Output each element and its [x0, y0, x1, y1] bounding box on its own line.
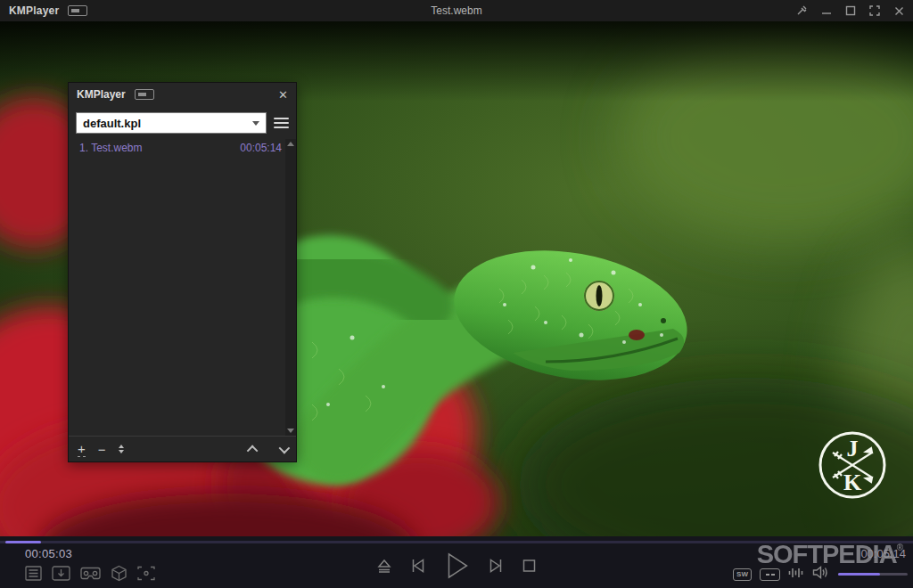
- previous-button[interactable]: [410, 558, 426, 574]
- sw-decoder-badge[interactable]: SW: [733, 568, 752, 581]
- playlist-miniplayer-icon[interactable]: [135, 89, 154, 100]
- control-bar: 00:05:03: [0, 536, 913, 588]
- close-button[interactable]: [890, 2, 908, 20]
- previous-track-icon: [410, 558, 426, 574]
- playlist-move-down-button[interactable]: [279, 442, 291, 453]
- close-icon: [894, 6, 904, 16]
- stop-icon: [522, 559, 537, 573]
- playlist-sort-button[interactable]: [119, 445, 124, 453]
- playlist-move-up-button[interactable]: [247, 445, 259, 456]
- fullscreen-button[interactable]: [866, 2, 884, 20]
- playlist-item-label: 1. Test.webm: [79, 142, 142, 154]
- playlist-file-value: default.kpl: [83, 117, 252, 130]
- pin-icon: [796, 4, 809, 17]
- open-file-button[interactable]: [377, 558, 392, 574]
- play-icon: [444, 551, 471, 580]
- stop-button[interactable]: [522, 559, 537, 573]
- capture-button[interactable]: [137, 566, 155, 584]
- playlist-header[interactable]: KMPlayer ✕: [69, 83, 296, 106]
- playlist-icon: [25, 566, 42, 581]
- playlist-menu-button[interactable]: [274, 118, 289, 128]
- subtitle-icon: [766, 574, 769, 576]
- playlist-remove-button[interactable]: −: [98, 443, 106, 456]
- playlist-scrollbar[interactable]: [285, 139, 296, 436]
- kmplayer-window: KMPlayer Test.webm: [0, 0, 913, 588]
- vr-goggles-icon: [80, 567, 101, 580]
- volume-slider[interactable]: [838, 573, 908, 576]
- 3d-cube-icon: [111, 565, 127, 582]
- playlist-toolbar: + −: [69, 436, 296, 461]
- next-button[interactable]: [489, 558, 505, 574]
- jk-logo-letter-bottom: K: [843, 470, 862, 495]
- playlist-panel: KMPlayer ✕ default.kpl 1. Test.webm 00:0…: [68, 82, 297, 462]
- app-logo-text: KMPlayer: [9, 4, 59, 17]
- play-button[interactable]: [444, 551, 471, 580]
- fullscreen-icon: [869, 5, 880, 16]
- maximize-icon: [845, 5, 856, 16]
- next-track-icon: [489, 558, 505, 574]
- download-icon: [52, 566, 70, 581]
- scroll-down-icon[interactable]: [287, 429, 294, 433]
- playlist-item[interactable]: 1. Test.webm 00:05:14: [69, 139, 296, 156]
- playlist-add-button[interactable]: +: [78, 442, 86, 457]
- playlist-list: 1. Test.webm 00:05:14: [69, 139, 296, 436]
- 3d-mode-button[interactable]: [111, 565, 127, 585]
- download-button[interactable]: [52, 566, 70, 584]
- maximize-button[interactable]: [842, 2, 860, 20]
- playlist-file-dropdown[interactable]: default.kpl: [76, 112, 267, 134]
- chevron-down-icon: [252, 121, 259, 126]
- window-title: Test.webm: [0, 4, 913, 17]
- focus-capture-icon: [137, 566, 155, 581]
- softpedia-watermark: SOFTPEDIA®: [757, 540, 902, 569]
- eject-icon: [377, 558, 392, 574]
- subtitle-button[interactable]: [760, 568, 780, 581]
- playlist-title: KMPlayer: [77, 88, 126, 101]
- minimize-icon: [821, 5, 832, 16]
- volume-slider-fill: [838, 573, 880, 576]
- pin-always-on-top-button[interactable]: [794, 2, 811, 20]
- minimize-button[interactable]: [818, 2, 835, 20]
- seek-bar-fill: [5, 541, 41, 543]
- scroll-up-icon[interactable]: [287, 142, 294, 146]
- jk-logo-watermark: J K: [817, 429, 888, 501]
- jk-logo-letter-top: J: [847, 436, 859, 461]
- playlist-item-duration: 00:05:14: [240, 142, 282, 154]
- current-time: 00:05:03: [25, 547, 155, 560]
- playlist-toggle-button[interactable]: [25, 566, 42, 584]
- titlebar: KMPlayer Test.webm: [0, 0, 913, 21]
- playlist-close-button[interactable]: ✕: [278, 89, 288, 101]
- miniplayer-mode-icon[interactable]: [68, 5, 87, 16]
- vr-mode-button[interactable]: [80, 567, 101, 584]
